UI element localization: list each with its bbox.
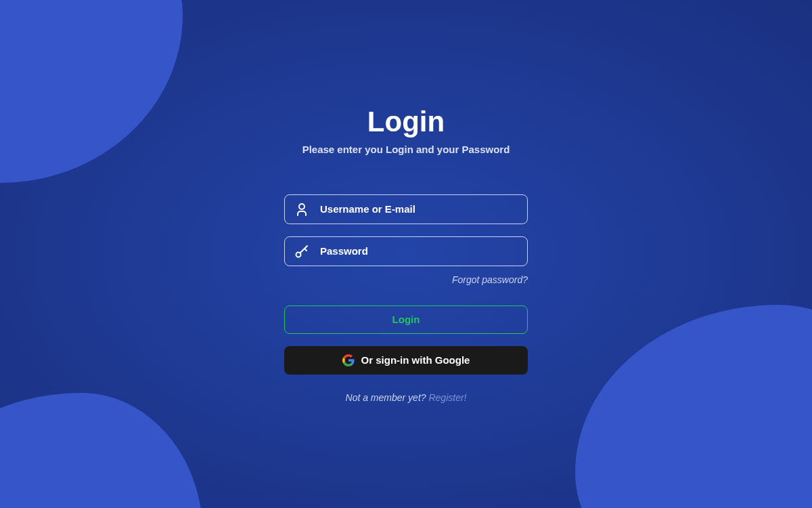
key-icon bbox=[294, 243, 310, 259]
username-field-wrapper bbox=[284, 194, 528, 236]
password-input[interactable] bbox=[284, 236, 528, 266]
svg-line-3 bbox=[304, 249, 307, 251]
username-input[interactable] bbox=[284, 194, 528, 224]
decorative-blob bbox=[0, 393, 203, 508]
svg-point-0 bbox=[299, 204, 304, 209]
login-form: Login Please enter you Login and your Pa… bbox=[284, 106, 528, 403]
google-button-label: Or sign-in with Google bbox=[361, 354, 470, 366]
decorative-blob bbox=[575, 305, 812, 508]
page-title: Login bbox=[367, 106, 445, 138]
register-link[interactable]: Register! bbox=[428, 392, 466, 403]
login-button[interactable]: Login bbox=[284, 305, 528, 334]
register-prompt: Not a member yet? bbox=[346, 392, 429, 403]
decorative-blob bbox=[0, 0, 183, 183]
google-icon bbox=[342, 354, 355, 366]
page-subtitle: Please enter you Login and your Password bbox=[302, 144, 510, 155]
password-field-wrapper bbox=[284, 236, 528, 278]
user-icon bbox=[294, 201, 310, 217]
register-row: Not a member yet? Register! bbox=[346, 392, 467, 403]
google-signin-button[interactable]: Or sign-in with Google bbox=[284, 346, 528, 375]
